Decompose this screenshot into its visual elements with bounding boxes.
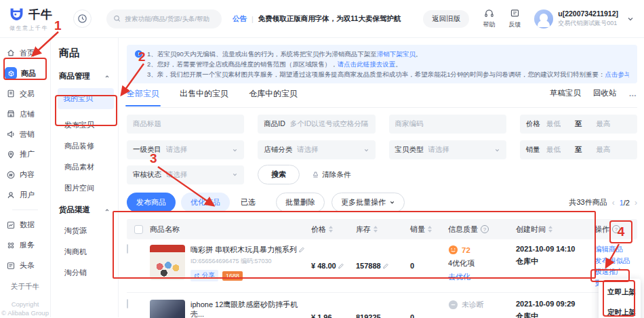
- group-product-management[interactable]: 商品管理: [59, 71, 113, 81]
- category-select[interactable]: 一级类目 请选择: [127, 140, 244, 159]
- tab-warehouse-items[interactable]: 仓库中的宝贝: [249, 88, 298, 106]
- tab-all-items[interactable]: 全部宝贝: [127, 88, 159, 106]
- announcement: 公告 | 免费领取正版商用字体，为双11大卖保驾护航: [233, 14, 401, 24]
- popup-item-scheduled-listing[interactable]: 定时上架: [599, 302, 641, 318]
- sidebar-item-products[interactable]: 商品: [6, 67, 44, 80]
- sidebar-item-services[interactable]: 服务: [6, 239, 44, 252]
- clock-icon: [77, 14, 87, 24]
- merchant-code-input[interactable]: 商家编码: [389, 115, 506, 134]
- pagination: 共33件商品 ‹ 1/2 ›: [569, 197, 637, 207]
- publish-similar-link[interactable]: 发布相似品: [595, 256, 637, 265]
- quality-cell: 72 4优化项 去优化: [448, 245, 516, 287]
- sidebar-item-users[interactable]: 用户: [6, 188, 44, 201]
- more-dots-icon[interactable]: …: [629, 90, 638, 98]
- price-range-input[interactable]: 价格 最低 至 最高: [520, 115, 637, 134]
- table-row: iphone 12鹰眼肤感磨砂防摔手机壳... ¥ 1.96 819225 0 …: [127, 292, 637, 318]
- item-tabs: 全部宝贝 出售中的宝贝 仓库中的宝贝 草稿宝贝 回收站 …: [127, 88, 637, 108]
- sidebar-item-promotion[interactable]: 推广: [6, 148, 44, 161]
- submenu-item-publish-item[interactable]: 发布宝贝: [59, 120, 113, 130]
- chevron-down-icon[interactable]: [626, 15, 635, 23]
- sidebar-item-shop[interactable]: 店铺: [6, 108, 44, 121]
- edit-title-icon[interactable]: [299, 245, 305, 254]
- col-stock[interactable]: 库存: [356, 224, 410, 235]
- item-type-select[interactable]: 宝贝类型 请选择: [389, 140, 506, 159]
- global-search[interactable]: [106, 9, 222, 28]
- publish-item-button[interactable]: 发布商品: [127, 193, 176, 212]
- next-page-button[interactable]: ›: [635, 198, 637, 207]
- submenu-item-tao-supply[interactable]: 淘货源: [59, 226, 113, 236]
- item-id-input[interactable]: 商品ID 多个ID以逗号或空格分隔: [258, 115, 375, 134]
- notice-link-survey[interactable]: 点击参与: [605, 69, 629, 79]
- more-batch-actions-button[interactable]: 更多批量操作: [331, 193, 405, 212]
- status-warehouse: 仓库中: [516, 311, 595, 318]
- search-input[interactable]: [125, 15, 215, 22]
- table-row: 嗨彩拼 串联积木玩具暴力熊系列 ID:656564696475 编码:57030…: [127, 239, 637, 292]
- speed-promote-link[interactable]: 极速推广: [595, 267, 637, 276]
- group-goods-channels[interactable]: 货品渠道: [59, 205, 113, 215]
- edit-item-link[interactable]: 编辑商品: [595, 245, 637, 254]
- sales-range-input[interactable]: 销量 最低 至 最高: [520, 140, 637, 159]
- submenu-item-tao-business[interactable]: 淘商机: [59, 247, 113, 257]
- clear-filters-button[interactable]: 清除条件: [312, 170, 350, 180]
- feedback-button[interactable]: 反馈: [508, 8, 521, 29]
- edit-stock-icon[interactable]: [383, 262, 389, 270]
- quality-cell: 未诊断: [448, 300, 516, 318]
- product-cell: 嗨彩拼 串联积木玩具暴力熊系列 ID:656564696475 编码:57030…: [150, 245, 311, 287]
- notice-link-settings[interactable]: 请点击此链接去设置: [338, 59, 396, 69]
- optimize-link[interactable]: 去优化: [448, 272, 516, 282]
- announcement-text[interactable]: 免费领取正版商用字体，为双11大卖保驾护航: [258, 14, 401, 24]
- sidebar-item-data[interactable]: 数据: [6, 218, 44, 231]
- optimize-item-button[interactable]: 优化商品: [181, 193, 230, 212]
- sidebar-item-headlines[interactable]: 头条: [6, 259, 44, 272]
- clipboard-icon: [6, 89, 16, 98]
- product-tags: 分享 1688: [190, 270, 305, 281]
- back-to-old-version-button[interactable]: 返回旧版: [423, 10, 469, 28]
- sidebar-item-home[interactable]: 首页: [6, 47, 44, 60]
- col-sales[interactable]: 销量: [410, 224, 448, 235]
- batch-delete-button[interactable]: 批量删除: [276, 193, 325, 212]
- recycle-bin-link[interactable]: 回收站: [593, 88, 617, 98]
- megaphone-icon: [6, 130, 16, 139]
- col-created[interactable]: 创建时间: [516, 224, 595, 235]
- logo-subtitle: 做生意上千牛: [8, 24, 73, 32]
- search-button[interactable]: 搜索: [258, 165, 300, 184]
- share-tag[interactable]: 分享: [190, 270, 218, 281]
- row-checkbox[interactable]: [127, 299, 128, 309]
- search-actions: 搜索 清除条件: [258, 165, 375, 184]
- tab-on-sale-items[interactable]: 出售中的宝贝: [180, 88, 228, 106]
- selected-count-label: 已选: [241, 197, 256, 207]
- col-price[interactable]: 价格: [311, 224, 356, 235]
- sidebar-item-content[interactable]: 内容: [6, 168, 44, 181]
- sidebar-item-trade[interactable]: 交易: [6, 87, 44, 100]
- about-qianniu-link[interactable]: 关于千牛: [11, 282, 39, 292]
- history-clock-button[interactable]: [73, 9, 92, 28]
- draft-items-link[interactable]: 草稿宝贝: [550, 88, 581, 98]
- submenu-item-image-space[interactable]: 图片空间: [59, 183, 113, 193]
- select-all-checkbox[interactable]: [134, 225, 143, 234]
- help-circle-icon[interactable]: [481, 225, 489, 233]
- items-table: 商品名称 价格 库存 销量 信息质量 创建时间 操作 嗨彩拼 串联积木玩具暴力熊…: [127, 219, 637, 318]
- submenu-item-item-assets[interactable]: 商品素材: [59, 162, 113, 172]
- row-checkbox[interactable]: [127, 244, 128, 254]
- chevron-up-icon: [104, 207, 110, 213]
- audit-status-select[interactable]: 审核状态 请选择: [127, 165, 244, 184]
- notice-link-slow-sale[interactable]: 滞销下架宝贝: [377, 49, 416, 59]
- submenu-item-tao-distribution[interactable]: 淘分销: [59, 268, 113, 278]
- price-cell: ¥ 48.00: [311, 245, 356, 287]
- sidebar-item-marketing[interactable]: 营销: [6, 128, 44, 141]
- announcement-label[interactable]: 公告: [233, 14, 247, 24]
- copyright: Copyright © Alibaba Group: [1, 300, 49, 317]
- user-avatar[interactable]: [534, 9, 553, 28]
- hash-circle-icon: [6, 170, 16, 180]
- help-button[interactable]: 帮助: [483, 8, 495, 29]
- total-count: 共33件商品: [569, 197, 607, 207]
- item-title-input[interactable]: 商品标题: [127, 115, 244, 134]
- submenu-item-my-items[interactable]: 我的宝贝: [58, 88, 114, 109]
- shop-category-select[interactable]: 店铺分类 请选择: [258, 140, 375, 159]
- prev-page-button[interactable]: ‹: [612, 198, 615, 207]
- quality-score: 72: [462, 246, 470, 254]
- help-circle-icon[interactable]: [612, 225, 620, 233]
- popup-item-list-now[interactable]: 立即上架: [599, 282, 641, 302]
- edit-price-icon[interactable]: [338, 262, 344, 270]
- submenu-item-item-decoration[interactable]: 商品装修: [59, 141, 113, 151]
